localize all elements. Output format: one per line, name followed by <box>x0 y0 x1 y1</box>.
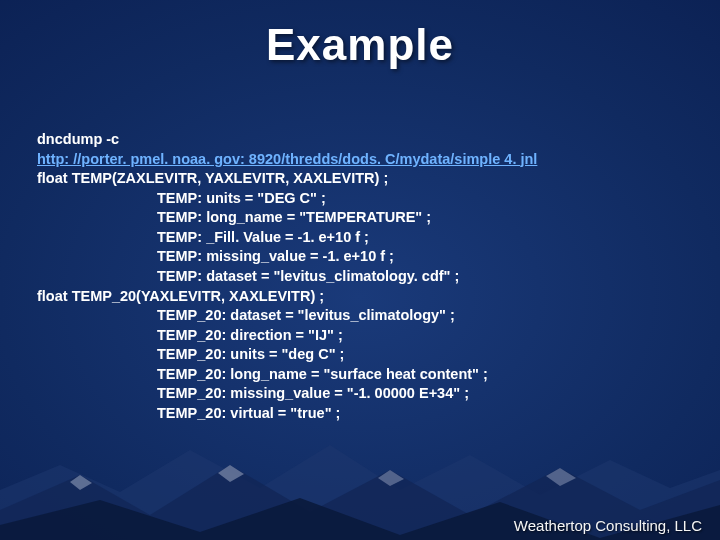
temp20-attr: TEMP_20: missing_value = "-1. 00000 E+34… <box>37 384 690 404</box>
command-line: dncdump -c <box>37 130 690 150</box>
temp20-attr: TEMP_20: units = "deg C" ; <box>37 345 690 365</box>
temp-attr: TEMP: long_name = "TEMPERATURE" ; <box>37 208 690 228</box>
temp-attr: TEMP: _Fill. Value = -1. e+10 f ; <box>37 228 690 248</box>
temp-attr: TEMP: missing_value = -1. e+10 f ; <box>37 247 690 267</box>
temp-attr: TEMP: dataset = "levitus_climatology. cd… <box>37 267 690 287</box>
slide-title: Example <box>0 20 720 70</box>
temp20-attr: TEMP_20: long_name = "surface heat conte… <box>37 365 690 385</box>
slide: Example dncdump -c http: //porter. pmel.… <box>0 0 720 540</box>
slide-body: dncdump -c http: //porter. pmel. noaa. g… <box>37 130 690 423</box>
temp-attr: TEMP: units = "DEG C" ; <box>37 189 690 209</box>
temp-declaration: float TEMP(ZAXLEVITR, YAXLEVITR, XAXLEVI… <box>37 169 690 189</box>
url-link[interactable]: http: //porter. pmel. noaa. gov: 8920/th… <box>37 151 537 167</box>
footer-text: Weathertop Consulting, LLC <box>514 517 702 534</box>
temp20-attr: TEMP_20: dataset = "levitus_climatology"… <box>37 306 690 326</box>
temp20-attr: TEMP_20: virtual = "true" ; <box>37 404 690 424</box>
temp20-declaration: float TEMP_20(YAXLEVITR, XAXLEVITR) ; <box>37 287 690 307</box>
temp20-attr: TEMP_20: direction = "IJ" ; <box>37 326 690 346</box>
